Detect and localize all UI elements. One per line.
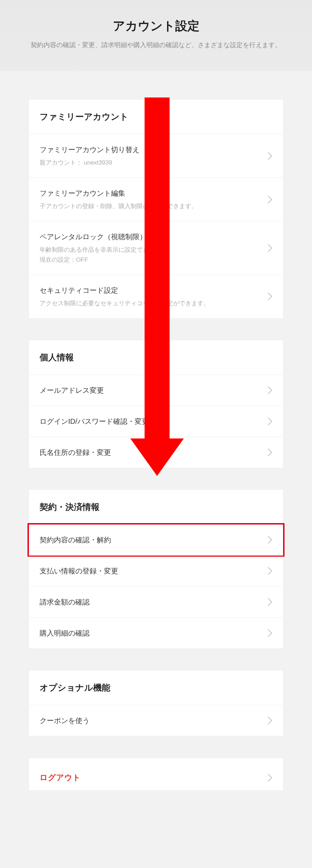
item-sub: 親アカウント： unext3939 — [40, 158, 260, 167]
item-family-switch[interactable]: ファミリーアカウント切り替え 親アカウント： unext3939 — [29, 134, 283, 178]
item-title: 請求金額の確認 — [40, 597, 260, 607]
item-login-id[interactable]: ログインID/パスワード確認・変更 — [29, 406, 283, 437]
item-title: 購入明細の確認 — [40, 628, 260, 638]
item-purchase-details[interactable]: 購入明細の確認 — [29, 618, 283, 648]
item-family-edit[interactable]: ファミリーアカウント編集 子アカウントの登録・削除、購入制限の設定ができます。 — [29, 178, 283, 221]
item-title: ペアレンタルロック（視聴制限） — [40, 231, 260, 242]
item-email-change[interactable]: メールアドレス変更 — [29, 375, 283, 406]
chevron-right-icon — [267, 292, 272, 301]
item-security-code[interactable]: セキュリティコード設定 アクセス制限に必要なセキュリティコードの設定ができます。 — [29, 275, 283, 318]
item-sub: アクセス制限に必要なセキュリティコードの設定ができます。 — [40, 298, 260, 308]
chevron-right-icon — [267, 629, 272, 637]
chevron-right-icon — [267, 386, 272, 395]
chevron-right-icon — [267, 598, 272, 606]
item-title: ファミリーアカウント切り替え — [40, 144, 260, 155]
chevron-right-icon — [267, 244, 272, 252]
chevron-right-icon — [267, 417, 272, 426]
item-billing-amount[interactable]: 請求金額の確認 — [29, 587, 283, 618]
logout-label: ログアウト — [40, 772, 81, 783]
section-title-personal: 個人情報 — [29, 340, 283, 375]
section-title-family: ファミリーアカウント — [29, 100, 283, 134]
item-sub: 子アカウントの登録・削除、購入制限の設定ができます。 — [40, 201, 260, 211]
item-payment-info[interactable]: 支払い情報の登録・変更 — [29, 555, 283, 587]
chevron-right-icon — [267, 773, 272, 782]
content-area: ファミリーアカウント ファミリーアカウント切り替え 親アカウント： unext3… — [0, 71, 312, 812]
item-title: 支払い情報の登録・変更 — [40, 566, 260, 576]
highlight-annotation: 契約内容の確認・解約 — [27, 523, 285, 557]
item-title: ファミリーアカウント編集 — [40, 188, 260, 199]
page-title: アカウント設定 — [7, 18, 305, 34]
item-title: 契約内容の確認・解約 — [40, 535, 260, 545]
item-title: メールアドレス変更 — [40, 385, 260, 396]
chevron-right-icon — [267, 536, 272, 544]
chevron-right-icon — [267, 716, 272, 725]
item-name-address[interactable]: 氏名住所の登録・変更 — [29, 437, 283, 468]
item-use-coupon[interactable]: クーポンを使う — [29, 705, 283, 736]
page-header: アカウント設定 契約内容の確認・変更、請求明細や購入明細の確認など、さまざまな設… — [0, 0, 312, 71]
section-title-optional: オプショナル機能 — [29, 671, 283, 705]
section-contract-payment: 契約・決済情報 契約内容の確認・解約 支払い情報の登録・変更 請求金額の確認 — [29, 490, 283, 649]
chevron-right-icon — [267, 448, 272, 457]
item-contract-confirm-cancel[interactable]: 契約内容の確認・解約 — [29, 525, 283, 555]
chevron-right-icon — [267, 152, 272, 160]
item-title: 氏名住所の登録・変更 — [40, 447, 260, 458]
item-parental-lock[interactable]: ペアレンタルロック（視聴制限） 年齢制限のある作品を非表示に設定できます。 現在… — [29, 221, 283, 275]
item-title: セキュリティコード設定 — [40, 285, 260, 296]
section-title-contract: 契約・決済情報 — [29, 490, 283, 525]
item-title: クーポンを使う — [40, 715, 260, 726]
section-logout: ログアウト — [29, 758, 283, 791]
item-sub: 年齢制限のある作品を非表示に設定できます。 現在の設定：OFF — [40, 245, 260, 264]
item-title: ログインID/パスワード確認・変更 — [40, 416, 260, 427]
section-personal-info: 個人情報 メールアドレス変更 ログインID/パスワード確認・変更 氏名住所の登録… — [29, 340, 283, 468]
chevron-right-icon — [267, 195, 272, 204]
section-family-account: ファミリーアカウント ファミリーアカウント切り替え 親アカウント： unext3… — [29, 99, 283, 318]
page-subtitle: 契約内容の確認・変更、請求明細や購入明細の確認など、さまざまな設定を行えます。 — [7, 41, 305, 49]
chevron-right-icon — [267, 567, 272, 575]
item-logout[interactable]: ログアウト — [29, 758, 283, 790]
section-optional: オプショナル機能 クーポンを使う — [29, 670, 283, 736]
